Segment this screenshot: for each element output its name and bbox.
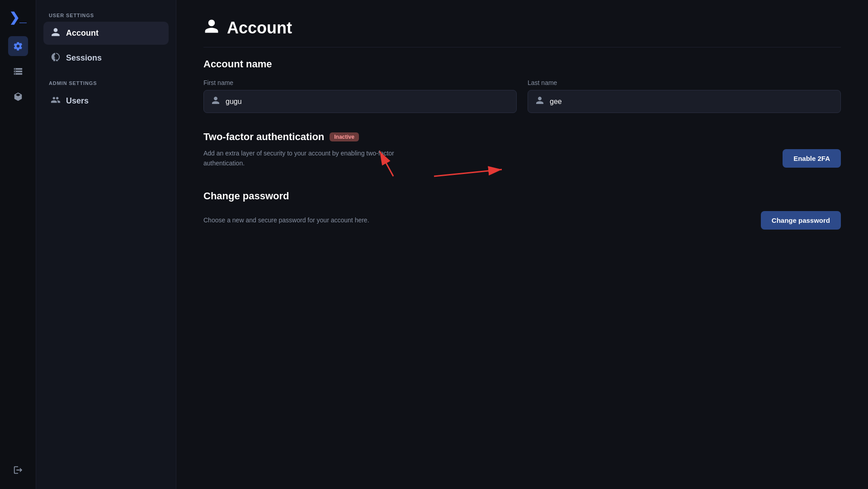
twofa-title: Two-factor authentication [203, 131, 324, 143]
inactive-badge: Inactive [330, 132, 359, 141]
change-password-section: Change password Choose a new and secure … [203, 187, 841, 230]
twofa-header: Two-factor authentication Inactive [203, 131, 841, 143]
admin-settings-label: ADMIN SETTINGS [43, 80, 169, 86]
last-name-label: Last name [528, 79, 841, 86]
users-label: Users [66, 96, 89, 106]
first-name-input-wrapper[interactable] [203, 90, 517, 113]
change-password-title: Change password [203, 190, 841, 202]
users-icon [51, 95, 61, 107]
last-name-field[interactable] [550, 98, 833, 106]
last-name-input-wrapper[interactable] [528, 90, 841, 113]
sessions-icon [51, 52, 61, 64]
page-header: Account [203, 18, 841, 47]
account-label: Account [66, 28, 99, 38]
twofa-row: Add an extra layer of security to your a… [203, 148, 841, 169]
user-settings-label: USER SETTINGS [43, 13, 169, 18]
page-account-icon [203, 18, 220, 38]
password-description: Choose a new and secure password for you… [203, 215, 369, 225]
page-title: Account [227, 19, 292, 38]
account-name-section: Account name First name Last name [203, 58, 841, 113]
first-name-group: First name [203, 79, 517, 113]
icon-rail: ❯_ [0, 0, 36, 489]
last-name-group: Last name [528, 79, 841, 113]
sidebar-item-sessions[interactable]: Sessions [43, 47, 169, 70]
first-name-field[interactable] [226, 98, 509, 106]
account-name-title: Account name [203, 58, 841, 70]
app-logo[interactable]: ❯_ [8, 7, 28, 27]
change-password-button[interactable]: Change password [761, 211, 841, 230]
logo-chevron-icon: ❯_ [9, 10, 27, 25]
enable-2fa-button[interactable]: Enable 2FA [783, 149, 841, 168]
twofa-description: Add an extra layer of security to your a… [203, 148, 429, 169]
settings-rail-icon[interactable] [8, 36, 28, 56]
password-row: Choose a new and secure password for you… [203, 211, 841, 230]
last-name-icon [535, 96, 544, 107]
sidebar-item-users[interactable]: Users [43, 89, 169, 113]
packages-rail-icon[interactable] [8, 87, 28, 107]
two-factor-section: Two-factor authentication Inactive Add a… [203, 131, 841, 169]
name-fields: First name Last name [203, 79, 841, 113]
logout-icon[interactable] [8, 460, 28, 480]
sessions-label: Sessions [66, 53, 102, 63]
servers-rail-icon[interactable] [8, 61, 28, 81]
first-name-icon [211, 96, 220, 107]
sidebar: USER SETTINGS Account Sessions ADMIN SET… [36, 0, 176, 489]
main-content: Account Account name First name Last nam… [176, 0, 868, 489]
first-name-label: First name [203, 79, 517, 86]
account-icon [51, 27, 61, 39]
sidebar-item-account[interactable]: Account [43, 22, 169, 45]
